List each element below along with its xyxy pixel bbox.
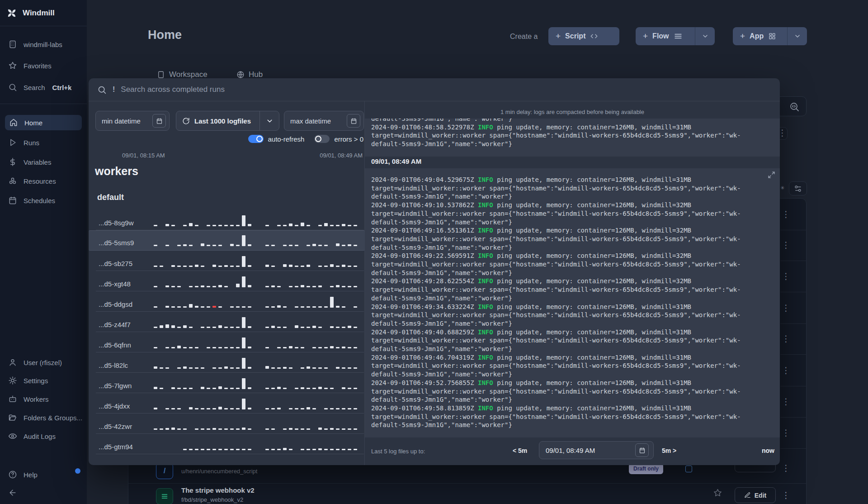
sparkline-bar [230, 306, 234, 308]
sparkline-bar [195, 225, 198, 226]
row-menu-button[interactable]: ⋮ [782, 465, 789, 471]
forward-5m-button[interactable]: 5m > [662, 447, 676, 454]
row-menu-button[interactable]: ⋮ [782, 367, 789, 374]
dollar-icon [8, 157, 17, 166]
sparkline-bar [354, 266, 357, 267]
create-flow-button[interactable]: + Flow [636, 27, 715, 45]
worker-row[interactable]: ...d5-8sg9w [89, 210, 365, 230]
toggle-knob [315, 136, 321, 142]
sidebar-item-audit-logs[interactable]: Audit Logs [0, 428, 87, 444]
item-title[interactable]: The stripe webhook v2 [181, 486, 255, 494]
row-menu-button[interactable]: ⋮ [782, 273, 789, 280]
app-dropdown-button[interactable] [787, 27, 807, 45]
expand-icon[interactable] [768, 171, 775, 179]
min-datetime-input[interactable]: min datetime [95, 111, 170, 131]
runs-search-bar[interactable]: ! Search across completed runs [89, 78, 780, 101]
log-line: 2024-09-01T06:49:28.622554Z INFO ping up… [371, 277, 774, 285]
now-button[interactable]: now [762, 447, 774, 454]
sparkline-bar [277, 408, 281, 409]
edit-button[interactable]: Edit [735, 487, 776, 503]
worker-activity-sparkline [154, 274, 362, 287]
sparkline-bar [177, 346, 181, 348]
auto-refresh-toggle[interactable] [248, 135, 264, 143]
sidebar-item-help[interactable]: Help [0, 467, 87, 482]
calendar-icon[interactable] [152, 114, 166, 128]
max-datetime-input[interactable]: max datetime [284, 111, 364, 131]
sidebar-item-workspace[interactable]: windmill-labs [0, 37, 87, 52]
sparkline-bar [224, 347, 228, 348]
worker-row[interactable]: ...d5-l82lc [89, 352, 365, 373]
sparkline-bar [277, 387, 281, 389]
tab-hub[interactable]: Hub [236, 70, 263, 79]
plus-icon: + [556, 31, 561, 41]
tab-workspace[interactable]: Workspace [157, 70, 208, 79]
sparkline-bar [224, 428, 228, 430]
errors-toggle[interactable] [314, 135, 330, 143]
sparkline-bar [242, 317, 245, 328]
sidebar-item-resources[interactable]: Resources [0, 173, 87, 189]
favorite-star-icon[interactable] [713, 488, 722, 498]
sparkline-bar [307, 449, 310, 450]
sparkline-bar [354, 388, 357, 389]
worker-row[interactable]: ...d5-42zwr [89, 414, 365, 434]
logfiles-range-select[interactable]: Last 1000 logfiles [176, 111, 279, 131]
row-menu-button[interactable]: ⋮ [782, 492, 789, 499]
chevron-down-icon[interactable] [260, 117, 279, 125]
back-5m-button[interactable]: < 5m [513, 447, 527, 454]
row-menu-button[interactable]: ⋮ [782, 430, 789, 436]
log-line: target=windmill_worker::worker span={"ho… [371, 336, 774, 345]
footer-datetime-input[interactable]: 09/01, 08:49 AM [539, 441, 654, 459]
row-menu-button[interactable]: ⋮ [782, 242, 789, 248]
deploy-icon[interactable] [685, 466, 692, 472]
row-divider [780, 354, 806, 355]
edit-button-label: Edit [755, 492, 766, 499]
sparkline-bar [324, 408, 328, 409]
flow-dropdown-button[interactable] [695, 27, 715, 45]
calendar-icon[interactable] [635, 443, 649, 457]
auto-refresh-label: auto-refresh [268, 135, 305, 143]
sidebar-item-settings[interactable]: Settings [0, 373, 87, 388]
sidebar-item-home[interactable]: Home [5, 115, 82, 130]
row-menu-button[interactable]: ⋮ [782, 211, 789, 218]
code-icon [590, 32, 598, 40]
sparkline-bar [242, 449, 245, 450]
sparkline-bar [295, 245, 298, 246]
sidebar-collapse-button[interactable] [0, 485, 87, 500]
sidebar-item-variables[interactable]: Variables [0, 154, 87, 170]
row-menu-button[interactable]: ⋮ [782, 399, 789, 405]
sidebar-item-runs[interactable]: Runs [0, 135, 87, 150]
sparkline-bar [301, 449, 304, 450]
sidebar-item-folders[interactable]: Folders & Groups... [0, 410, 87, 425]
sparkline-bar [324, 223, 328, 226]
row-menu-button[interactable]: ⋮ [782, 305, 789, 311]
sidebar-item-workers[interactable]: Workers [0, 391, 87, 407]
worker-row[interactable]: ...d5-z44f7 [89, 312, 365, 332]
sidebar-item-favorites[interactable]: Favorites [0, 58, 87, 73]
sidebar-item-schedules[interactable]: Schedules [0, 193, 87, 208]
calendar-icon[interactable] [347, 114, 360, 128]
worker-row[interactable]: ...d5-6qfnn [89, 332, 365, 352]
sparkline-bar [165, 285, 169, 287]
sparkline-bar [212, 408, 216, 409]
sparkline-bar [218, 266, 222, 267]
worker-row[interactable]: ...d5-4jdxx [89, 393, 365, 414]
worker-row[interactable]: ...d5-5sms9 [89, 230, 365, 251]
sparkline-bar [201, 367, 204, 369]
sidebar-item-search[interactable]: Search Ctrl+k [0, 80, 87, 95]
worker-row[interactable]: ...d5-sb275 [89, 251, 365, 271]
worker-row[interactable]: ...d5-gtm94 [89, 434, 365, 454]
filter-settings-button[interactable] [789, 181, 807, 195]
worker-name: ...d5-5sms9 [99, 239, 134, 247]
sidebar-item-user[interactable]: User (rfiszel) [0, 355, 87, 370]
sparkline-bar [189, 388, 193, 389]
windmill-logo-icon [6, 8, 17, 19]
row-menu-button[interactable]: ⋮ [782, 336, 789, 342]
worker-row[interactable]: ...d5-ddgsd [89, 291, 365, 312]
create-script-button[interactable]: + Script [548, 27, 619, 45]
app-button-label: App [750, 32, 764, 40]
sparkline-bar [183, 347, 187, 348]
worker-row[interactable]: ...d5-xgt48 [89, 271, 365, 291]
worker-row[interactable]: ...d5-7lgwn [89, 373, 365, 393]
row-divider [780, 417, 806, 418]
create-app-button[interactable]: + App [733, 27, 807, 45]
